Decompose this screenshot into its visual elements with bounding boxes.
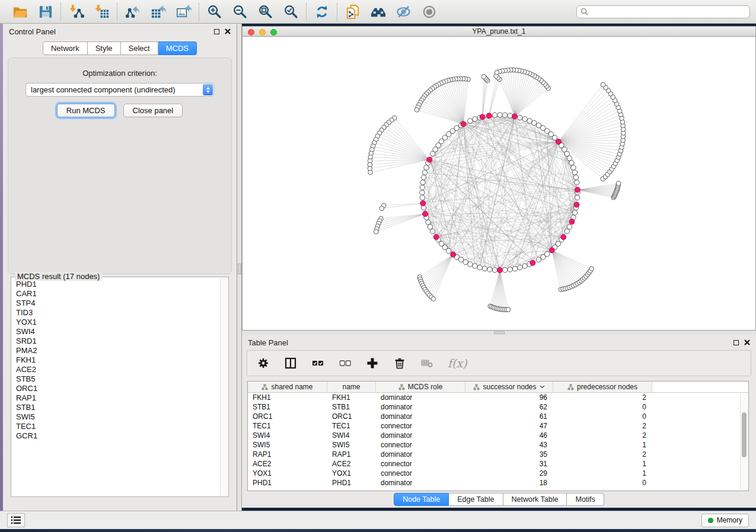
zoom-out-icon[interactable] <box>232 4 248 20</box>
network-graph[interactable] <box>243 37 755 329</box>
mcds-result-item[interactable]: TID3 <box>12 308 219 318</box>
splitter-handle[interactable] <box>238 264 241 274</box>
mcds-result-item[interactable]: ACE2 <box>12 365 219 374</box>
select-all-icon[interactable] <box>311 357 324 370</box>
column-header-successor-nodes[interactable]: successor nodes <box>465 382 553 392</box>
export-table-icon[interactable] <box>150 4 166 20</box>
minimize-window-icon[interactable] <box>259 29 266 36</box>
cell-predecessor-nodes: 2 <box>553 421 652 431</box>
cell-successor-nodes: 61 <box>465 412 553 421</box>
show-details-icon[interactable] <box>421 4 437 20</box>
column-header-shared-name[interactable]: shared name <box>248 382 327 392</box>
mcds-result-item[interactable]: PHD1 <box>12 280 219 289</box>
memory-button[interactable]: Memory <box>701 514 749 527</box>
mcds-result-item[interactable]: SRD1 <box>12 336 219 346</box>
mcds-result-item[interactable]: GCR1 <box>12 431 219 441</box>
column-header-predecessor-nodes[interactable]: predecessor nodes <box>553 382 652 392</box>
table-row[interactable]: PHD1PHD1dominator180 <box>248 478 748 488</box>
mcds-result-item[interactable]: CAR1 <box>12 289 219 299</box>
vertical-splitter[interactable] <box>237 24 242 511</box>
horizontal-splitter[interactable] <box>242 331 756 335</box>
zoom-selected-icon[interactable] <box>283 4 299 20</box>
maximize-window-icon[interactable] <box>270 29 277 36</box>
tab-node-table[interactable]: Node Table <box>394 493 449 506</box>
open-file-icon[interactable] <box>12 4 28 20</box>
task-history-icon[interactable] <box>7 513 25 527</box>
mcds-result-item[interactable]: TEC1 <box>12 422 219 431</box>
columns-icon[interactable] <box>284 357 297 370</box>
zoom-in-icon[interactable] <box>206 4 222 20</box>
table-row[interactable]: TEC1TEC1connector472 <box>248 421 748 431</box>
search-input[interactable] <box>591 8 746 16</box>
mcds-result-item[interactable]: SWI5 <box>12 412 219 422</box>
column-type-icon <box>473 384 480 390</box>
float-panel-icon[interactable] <box>733 340 739 345</box>
tab-style[interactable]: Style <box>88 41 121 55</box>
search-objects-icon[interactable] <box>370 4 386 20</box>
table-row[interactable]: YOX1YOX1connector291 <box>248 469 748 478</box>
hide-annotations-icon[interactable] <box>395 4 412 20</box>
table-row[interactable]: SWI5SWI5connector431 <box>248 440 748 450</box>
close-panel-button[interactable]: Close panel <box>123 104 183 117</box>
splitter-handle[interactable] <box>494 331 505 334</box>
cell-name: ORC1 <box>327 412 376 421</box>
delete-table-icon[interactable] <box>420 357 433 370</box>
table-row[interactable]: STB1STB1dominator620 <box>248 402 748 412</box>
gear-icon[interactable] <box>257 357 270 370</box>
deselect-all-icon[interactable] <box>339 357 352 370</box>
mcds-result-item[interactable]: STB5 <box>12 374 219 384</box>
tab-mcds[interactable]: MCDS <box>158 41 197 55</box>
criterion-dropdown[interactable]: largest connected component (undirected) <box>25 83 214 97</box>
refresh-icon[interactable] <box>314 4 330 20</box>
tab-network[interactable]: Network <box>43 41 88 55</box>
function-builder-icon[interactable]: f(x) <box>448 357 467 370</box>
mcds-result-item[interactable]: STP4 <box>12 299 219 308</box>
table-toolbar: f(x) <box>247 350 751 376</box>
tab-motifs[interactable]: Motifs <box>567 493 604 506</box>
cell-filler <box>652 450 748 459</box>
table-row[interactable]: SWI4SWI4dominator462 <box>248 431 748 440</box>
add-column-icon[interactable] <box>366 357 379 370</box>
table-row[interactable]: RAP1RAP1dominator352 <box>248 450 748 459</box>
column-header-name[interactable]: name <box>327 382 376 392</box>
close-panel-icon[interactable] <box>744 339 750 345</box>
tab-edge-table[interactable]: Edge Table <box>449 493 503 506</box>
node-table[interactable]: shared namenameMCDS rolesuccessor nodesp… <box>247 381 749 491</box>
tab-select[interactable]: Select <box>121 41 158 55</box>
close-window-icon[interactable] <box>248 29 254 36</box>
delete-column-icon[interactable] <box>393 357 406 370</box>
cell-name: TEC1 <box>327 421 376 431</box>
clone-network-icon[interactable] <box>344 4 361 20</box>
mcds-result-item[interactable]: ORC1 <box>12 384 219 393</box>
network-titlebar[interactable]: YPA_prune.txt_1 <box>242 26 756 37</box>
result-list-scrollbar[interactable] <box>220 278 228 496</box>
zoom-fit-icon[interactable] <box>257 4 273 20</box>
mcds-result-item[interactable]: RAP1 <box>12 393 219 403</box>
tab-network-table[interactable]: Network Table <box>503 493 567 506</box>
scrollbar-thumb[interactable] <box>742 412 747 457</box>
close-panel-icon[interactable] <box>225 28 231 34</box>
cell-shared-name: STB1 <box>248 402 327 412</box>
mcds-result-item[interactable]: STB1 <box>12 403 219 412</box>
cell-filler <box>652 421 748 431</box>
save-session-icon[interactable] <box>37 4 53 20</box>
table-row[interactable]: FKH1FKH1dominator962 <box>248 393 748 402</box>
mcds-result-item[interactable]: FKH1 <box>12 355 219 365</box>
export-network-icon[interactable] <box>125 4 141 20</box>
table-row[interactable]: ORC1ORC1dominator610 <box>248 412 748 421</box>
mcds-result-item[interactable]: SWI4 <box>12 327 219 336</box>
mcds-result-item[interactable]: YOX1 <box>12 318 219 327</box>
cell-mcds-role: connector <box>376 421 465 431</box>
column-header-mcds-role[interactable]: MCDS role <box>376 382 465 392</box>
global-search[interactable] <box>576 5 750 18</box>
dropdown-stepper-icon <box>203 84 213 95</box>
import-network-icon[interactable] <box>68 4 84 20</box>
mcds-result-item[interactable]: PMA2 <box>12 346 219 355</box>
table-scrollbar[interactable] <box>740 393 748 490</box>
export-image-icon[interactable] <box>176 4 192 20</box>
table-row[interactable]: ACE2ACE2connector311 <box>248 459 748 469</box>
run-mcds-button[interactable]: Run MCDS <box>57 104 115 117</box>
network-canvas[interactable] <box>242 37 756 331</box>
import-table-icon[interactable] <box>94 4 110 20</box>
float-panel-icon[interactable] <box>214 29 219 34</box>
